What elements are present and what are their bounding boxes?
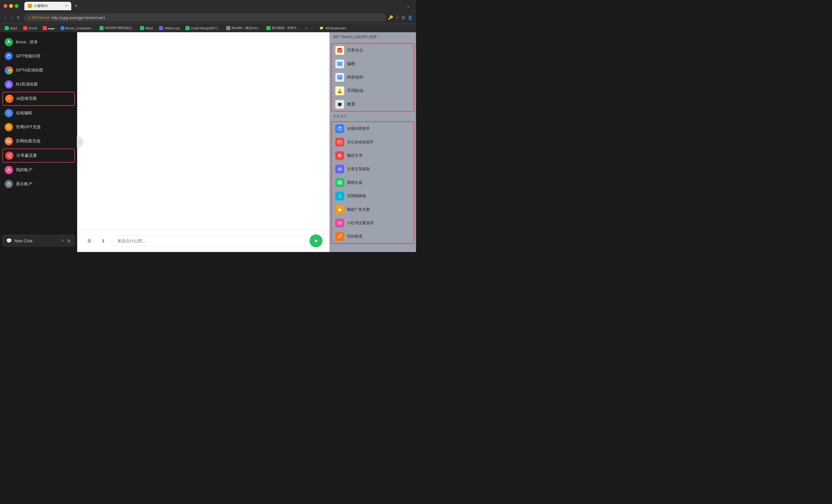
content-creation-icon xyxy=(335,73,344,82)
close-button[interactable] xyxy=(3,4,7,8)
sidebar-item-gpt-recharge-label: 官网GPT充值 xyxy=(16,124,41,130)
app-item-table-gen[interactable]: 表格生成 xyxy=(332,176,414,189)
bookmark-mongodb[interactable]: Install MongoDB C... xyxy=(184,26,222,31)
chat-input-field[interactable] xyxy=(112,235,306,246)
category-different-jobs[interactable]: 不同职业 xyxy=(332,84,414,97)
password-icon[interactable]: 🔑 xyxy=(388,15,393,20)
share-traffic-icon xyxy=(5,151,14,160)
sidebar-toggle-icon[interactable]: ⊟ xyxy=(401,15,405,20)
daily-office-label: 日常办公 xyxy=(347,48,363,53)
tab-close-icon[interactable]: ✕ xyxy=(65,4,68,8)
sidebar-item-gpt4-draw[interactable]: ✦ GPT4高清绘图 xyxy=(0,63,77,77)
category-daily-office[interactable]: 日常办公 xyxy=(332,44,414,57)
viral-article-label: 爆款文书 xyxy=(347,153,362,158)
address-actions: 🔑 ☆ ⊟ 👤 xyxy=(388,15,413,20)
different-jobs-label: 不同职业 xyxy=(347,88,363,93)
new-chat-button[interactable]: 💬 New Chat ✎ 🗑 xyxy=(2,235,75,247)
daily-office-icon xyxy=(335,46,344,55)
svg-point-10 xyxy=(8,155,9,156)
active-tab[interactable]: 🐝 小蜜蜂AI ✕ xyxy=(24,2,71,10)
gpt-recharge-icon xyxy=(5,123,13,131)
sidebar-item-mj-draw[interactable]: MJ高清绘图 xyxy=(0,77,77,91)
main-layout: bruce...登录 GPT智能问答 ✦ GPT4高清绘图 MJ高清绘图 xyxy=(0,32,416,252)
new-tab-button[interactable]: + xyxy=(73,2,79,9)
app-item-writing-assistant[interactable]: 写作助理 xyxy=(332,230,414,243)
sidebar-item-img-recharge-label: 官网绘图充值 xyxy=(16,139,41,144)
all-qa-icon xyxy=(335,124,344,133)
sidebar-item-login[interactable]: bruce...登录 xyxy=(0,35,77,49)
right-panel: GPT Store已上线235个应用！ 日常办公 编程 内容创作 xyxy=(330,32,416,252)
chat-main: ‹ 🗑 ⬇ ➤ xyxy=(77,32,330,252)
chat-input-area: 🗑 ⬇ ➤ xyxy=(77,229,330,252)
bookmark-icon[interactable]: ☆ xyxy=(395,15,399,20)
all-qa-label: 全能问答助手 xyxy=(347,126,370,131)
gmail-favicon xyxy=(23,26,27,30)
app-item-all-qa[interactable]: 全能问答助手 xyxy=(332,122,414,135)
macwk-favicon xyxy=(226,26,230,30)
logout-icon xyxy=(5,180,13,188)
reload-button[interactable]: ↻ xyxy=(16,15,21,20)
back-button[interactable]: ‹ xyxy=(3,15,7,20)
viral-article-icon: 热 xyxy=(335,151,344,160)
edit-chat-icon[interactable]: ✎ xyxy=(61,239,64,243)
new-chat-label: New Chat xyxy=(15,239,32,243)
address-bar: ‹ › ↻ ⚠ Not Secure http://zglg.work/gpt.… xyxy=(0,12,416,23)
delete-chat-icon[interactable]: 🗑 xyxy=(67,239,71,243)
content-creation-label: 内容创作 xyxy=(347,75,363,80)
education-label: 教育 xyxy=(347,102,355,107)
sidebar-item-logout-label: 退出账户 xyxy=(16,181,32,187)
bookmark-ms08067[interactable]: MS08067网安知识... xyxy=(98,25,135,31)
app-item-office-auto[interactable]: 办公自动化助手 xyxy=(332,135,414,149)
window-controls: ⌄ xyxy=(406,3,413,9)
bookmark-bruce[interactable]: Bruce_Liuxiaowei... xyxy=(59,26,95,31)
sidebar-item-img-recharge[interactable]: 官网绘图充值 xyxy=(0,134,77,148)
coding-label: 编程 xyxy=(347,61,355,66)
svg-marker-3 xyxy=(7,83,10,86)
sidebar-item-ai-mind[interactable]: ✦ AI思维导图 xyxy=(2,92,75,106)
bookmark-runoob[interactable]: 菜鸟教程 - 学的不... xyxy=(265,25,301,31)
gpt4-draw-icon: ✦ xyxy=(5,66,13,75)
minimize-button[interactable] xyxy=(9,4,13,8)
app-item-xiaohongshu[interactable]: 小红书文案改写 xyxy=(332,216,414,230)
traffic-lights xyxy=(3,4,19,8)
apps-favicon xyxy=(5,26,9,30)
sidebar-spacer xyxy=(0,191,77,232)
bookmark-gmail[interactable]: Gmail xyxy=(22,26,38,31)
category-coding[interactable]: 编程 xyxy=(332,57,414,71)
sidebar-item-gpt-recharge[interactable]: 官网GPT充值 xyxy=(0,120,77,134)
tab-bar: 🐝 小蜜蜂AI ✕ + xyxy=(21,2,404,10)
table-gen-label: 表格生成 xyxy=(347,180,362,185)
app-item-article-theme[interactable]: 文章主旨提取 xyxy=(332,162,414,176)
app-item-viral-article[interactable]: 热 爆款文书 xyxy=(332,149,414,162)
sidebar-item-logout[interactable]: 退出账户 xyxy=(0,177,77,191)
maximize-button[interactable] xyxy=(15,4,19,8)
sidebar-item-gpt-qa[interactable]: GPT智能问答 xyxy=(0,49,77,63)
category-content-creation[interactable]: 内容创作 xyxy=(332,71,414,84)
apps-list-section: 全能问答助手 办公自动化助手 热 爆款文书 文章主旨提取 xyxy=(331,121,414,244)
bookmark-httpbin[interactable]: httpbin.org xyxy=(158,26,181,31)
writing-assistant-label: 写作助理 xyxy=(347,234,362,239)
title-bar: 🐝 小蜜蜂AI ✕ + ⌄ xyxy=(0,0,416,12)
all-bookmarks-button[interactable]: 📁 All Bookmarks xyxy=(318,26,347,30)
profile-icon[interactable]: 👤 xyxy=(408,15,413,20)
send-icon: ➤ xyxy=(314,237,318,244)
bookmark-macwk[interactable]: MacWk - 精品mac... xyxy=(225,25,261,31)
daily-office-section-label: 日常办公 xyxy=(330,113,416,120)
app-item-weekly-report[interactable]: 写周报神器 xyxy=(332,189,414,203)
bookmark-apps[interactable]: Apps xyxy=(3,26,19,31)
app-item-viral-ad[interactable]: 爆款广告文案 xyxy=(332,203,414,216)
delete-conversation-button[interactable]: 🗑 xyxy=(84,235,95,246)
sidebar-item-python-code[interactable]: 在线编程 xyxy=(0,106,77,120)
address-input[interactable]: ⚠ Not Secure http://zglg.work/gpt.html#/… xyxy=(24,13,386,22)
bookmarks-more-button[interactable]: » xyxy=(305,26,309,30)
download-conversation-button[interactable]: ⬇ xyxy=(98,235,108,246)
forward-button[interactable]: › xyxy=(10,15,14,20)
send-button[interactable]: ➤ xyxy=(310,234,322,247)
mj-draw-icon xyxy=(5,80,13,88)
bookmark-youtube[interactable]: ▬▬ xyxy=(42,26,56,31)
new-chat-actions: ✎ 🗑 xyxy=(61,239,71,243)
sidebar-item-my-account[interactable]: 我的账户 xyxy=(0,163,77,177)
category-education[interactable]: 教育 xyxy=(332,97,414,111)
bookmark-maps[interactable]: Maps xyxy=(139,26,154,31)
sidebar-item-share-traffic[interactable]: 分享赢流量 xyxy=(2,148,75,163)
